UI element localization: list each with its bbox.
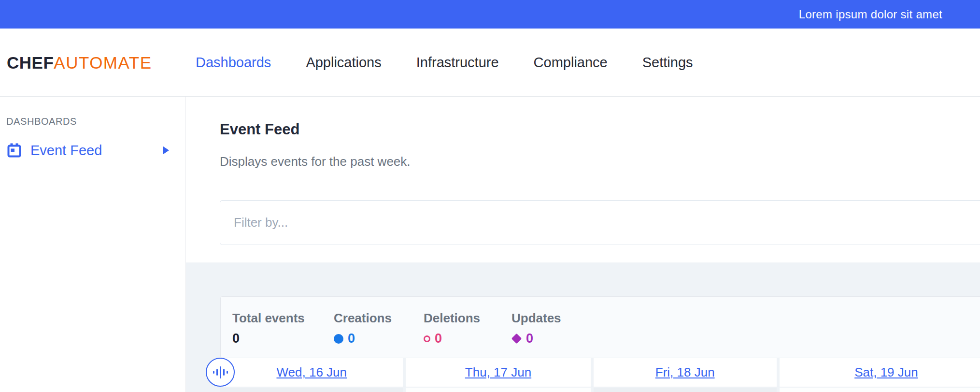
- logo-automate: AUTOMATE: [54, 53, 152, 72]
- stat-value: 0: [435, 331, 442, 346]
- timeline-day-column: [406, 388, 590, 392]
- stat-total-events: Total events 0: [232, 311, 305, 346]
- page-subtitle: Displays events for the past week.: [220, 154, 411, 169]
- page-title: Event Feed: [220, 121, 299, 138]
- date-link-fri[interactable]: Fri, 18 Jun: [655, 365, 715, 380]
- date-cell: Sat, 19 Jun: [780, 358, 980, 387]
- app-window: Lorem ipsum dolor sit amet CHEFAUTOMATE …: [0, 0, 980, 392]
- sidebar-item-event-feed[interactable]: Event Feed: [0, 138, 185, 162]
- timeline-day-column: [780, 388, 980, 392]
- timeline-body-row: [220, 388, 980, 392]
- date-link-sat[interactable]: Sat, 19 Jun: [854, 365, 918, 380]
- nav-settings[interactable]: Settings: [642, 55, 693, 71]
- top-banner: Lorem ipsum dolor sit amet: [0, 0, 980, 29]
- date-cell: Fri, 18 Jun: [594, 358, 777, 387]
- date-cell: Wed, 16 Jun: [220, 358, 403, 387]
- date-link-wed[interactable]: Wed, 16 Jun: [276, 365, 347, 380]
- timeline-day-column: [220, 388, 403, 392]
- timeline-date-header: Wed, 16 Jun Thu, 17 Jun Fri, 18 Jun Sat,…: [220, 358, 980, 387]
- stat-deletions: Deletions 0: [424, 311, 480, 346]
- guitar-strings-icon-button[interactable]: [206, 358, 235, 387]
- sidebar: DASHBOARDS Event Feed: [0, 97, 185, 392]
- stat-value: 0: [232, 331, 240, 346]
- nav-dashboards[interactable]: Dashboards: [196, 55, 271, 71]
- nav-infrastructure[interactable]: Infrastructure: [416, 55, 499, 71]
- nav-compliance[interactable]: Compliance: [534, 55, 608, 71]
- calendar-icon: [7, 143, 21, 158]
- creation-marker-icon: [334, 334, 343, 344]
- stat-value: 0: [348, 331, 355, 346]
- main-nav: Dashboards Applications Infrastructure C…: [196, 29, 693, 96]
- timeline-day-column: [594, 388, 777, 392]
- chef-automate-logo[interactable]: CHEFAUTOMATE: [7, 54, 152, 71]
- triangle-right-icon: [163, 146, 169, 154]
- stat-label: Total events: [232, 311, 305, 326]
- event-counts-card: Total events 0 Creations 0 Deletions 0 U…: [220, 296, 980, 358]
- filter-input[interactable]: [220, 200, 980, 245]
- date-link-thu[interactable]: Thu, 17 Jun: [465, 365, 531, 380]
- banner-message: Lorem ipsum dolor sit amet: [799, 8, 942, 21]
- stat-label: Deletions: [424, 311, 480, 326]
- stat-updates: Updates 0: [511, 311, 561, 346]
- app-header: CHEFAUTOMATE Dashboards Applications Inf…: [0, 29, 980, 97]
- logo-chef: CHEF: [7, 53, 54, 72]
- nav-applications[interactable]: Applications: [306, 55, 381, 71]
- sidebar-section-label: DASHBOARDS: [6, 116, 77, 127]
- date-cell: Thu, 17 Jun: [406, 358, 590, 387]
- stat-creations: Creations 0: [334, 311, 392, 346]
- stat-label: Updates: [511, 311, 561, 326]
- update-marker-icon: [511, 334, 522, 344]
- stat-value: 0: [526, 331, 533, 346]
- deletion-marker-icon: [424, 335, 430, 342]
- stat-label: Creations: [334, 311, 392, 326]
- sidebar-item-label: Event Feed: [30, 143, 102, 159]
